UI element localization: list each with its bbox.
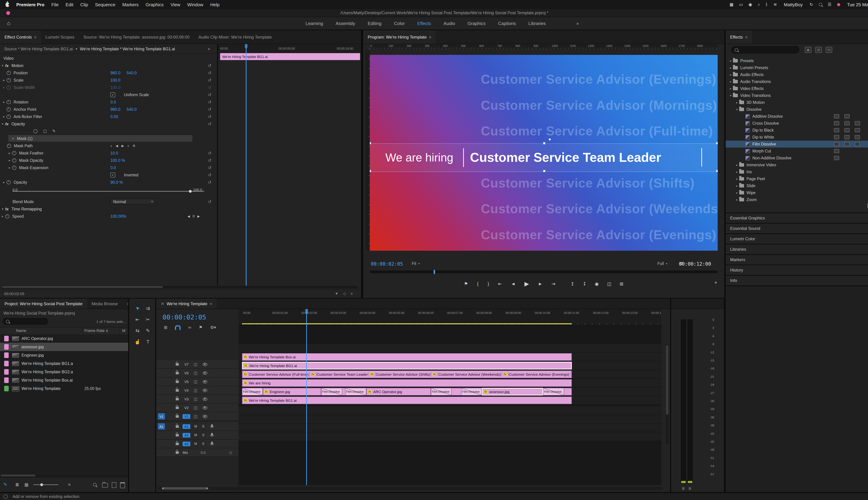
program-scrubber[interactable] <box>370 271 718 273</box>
tree-bin-page-peel[interactable]: ▸Page Peel <box>726 175 868 182</box>
reset-parameter-icon[interactable]: ↺ <box>208 121 212 126</box>
graphic-clip-customer-service-advisor-shifts[interactable]: fxCustomer Service Advisor (Shifts) <box>368 372 431 376</box>
blend-mode-select[interactable]: Normal▾ <box>111 198 156 205</box>
track-select-forward-tool[interactable]: ⇉ <box>144 304 152 312</box>
solo-button[interactable]: S <box>201 441 206 446</box>
param-value[interactable]: 100.00% <box>111 214 126 218</box>
mark-out-button[interactable]: } <box>488 281 489 286</box>
menu-file[interactable]: File <box>52 2 59 7</box>
tree-effect-film-dissolve[interactable]: Film Dissolve <box>726 141 868 148</box>
mark-in-button[interactable]: { <box>477 281 479 286</box>
stopwatch-icon[interactable] <box>7 107 11 111</box>
home-icon[interactable]: ⌂ <box>7 20 10 26</box>
lock-icon[interactable] <box>176 415 179 418</box>
workspace-tab-libraries[interactable]: Libraries <box>528 21 546 26</box>
tree-effect-cross-dissolve[interactable]: Cross Dissolve <box>726 120 868 127</box>
stopwatch-icon[interactable] <box>7 114 11 118</box>
apple-menu-icon[interactable] <box>5 2 9 7</box>
voiceover-mic-icon[interactable] <box>211 424 213 427</box>
chevron-right-icon[interactable]: ▸ <box>7 151 12 155</box>
type-tool[interactable]: T <box>144 338 152 346</box>
label-color-chip[interactable] <box>4 361 9 366</box>
timeline-vertical-scrollbar[interactable] <box>665 344 669 444</box>
reset-parameter-icon[interactable]: ↺ <box>208 158 212 163</box>
tree-effect-dip-to-white[interactable]: Dip to White <box>726 134 868 141</box>
sync-lock-icon[interactable]: ◫ <box>194 405 197 410</box>
add-marker-button[interactable]: ⚑ <box>464 281 468 286</box>
project-item-we-re-hiring-template-bg2-a[interactable]: We're Hiring Template BG2.a <box>0 368 128 376</box>
scrubber-playhead[interactable] <box>434 270 435 274</box>
lock-icon[interactable] <box>176 398 179 400</box>
reset-parameter-icon[interactable]: ↺ <box>208 70 212 75</box>
transition-film-dissolve[interactable]: Film Dissolve <box>461 388 482 396</box>
lock-icon[interactable] <box>176 363 179 366</box>
stopwatch-icon[interactable] <box>12 158 16 162</box>
effect-timeline-clip[interactable]: We're Hiring Template BG1.ai <box>220 53 360 60</box>
mask-handle[interactable] <box>543 170 546 172</box>
track-output-eye-icon[interactable] <box>203 389 207 392</box>
timeline-timecode[interactable]: 00:00:02:05 <box>162 313 206 321</box>
pen-mask-icon[interactable]: ✎ <box>52 129 55 133</box>
tab-effects[interactable]: Effects≡ <box>726 30 752 44</box>
meter-solo-button[interactable]: S <box>687 486 692 491</box>
tree-bin-audio-transitions[interactable]: ▸Audio Transitions <box>726 78 868 85</box>
chevron-right-icon[interactable]: ▸ <box>1 115 7 118</box>
transition-film-dissolve[interactable]: Film Dissolve <box>345 388 366 396</box>
tree-bin-slide[interactable]: ▸Slide <box>726 182 868 189</box>
panel-menu-icon[interactable]: ≡ <box>429 35 431 39</box>
param-value[interactable]: 100.0 % <box>111 158 125 162</box>
effects-search-input[interactable] <box>741 47 794 52</box>
play-circle-icon[interactable]: ◉ <box>749 2 752 7</box>
selection-tool[interactable]: ➤ <box>133 304 142 312</box>
label-color-chip[interactable] <box>4 352 9 358</box>
app-menu[interactable]: Premiere Pro <box>16 2 44 7</box>
next-keyframe-icon[interactable]: ▶ <box>197 214 200 218</box>
label-color-chip[interactable] <box>4 336 9 341</box>
column-media[interactable]: M <box>122 329 125 333</box>
track-target-v4[interactable]: V4 <box>183 388 190 393</box>
lock-icon[interactable] <box>176 407 179 409</box>
stopwatch-icon[interactable] <box>7 180 11 184</box>
param-value[interactable]: 0.0 <box>111 166 116 170</box>
step-forward-button[interactable]: ► <box>538 281 542 286</box>
add-marker-icon[interactable]: ⚑ <box>199 325 203 330</box>
prev-keyframe-icon[interactable]: ◀ <box>187 214 190 218</box>
param-value[interactable]: 100.0 <box>111 78 121 82</box>
clip-arc-operator-jpg[interactable]: fxARC Operator.jpg <box>366 388 431 396</box>
track-output-eye-icon[interactable] <box>203 398 207 401</box>
checkbox[interactable]: ✓ <box>111 92 115 97</box>
clip-engineer-jpg[interactable]: fxEngineer.jpg <box>263 388 321 396</box>
mute-button[interactable]: M <box>193 424 198 429</box>
filter-icon[interactable]: ▼ <box>335 292 338 295</box>
param-value[interactable]: 0.0 <box>111 100 116 104</box>
param-value[interactable]: 540.0 <box>127 107 137 111</box>
clip-we-re-hiring-template-bg1-ai[interactable]: fxWe're Hiring Template BG1.ai <box>242 397 572 404</box>
project-search-box[interactable] <box>3 318 48 325</box>
track-mask-backward-icon[interactable]: « <box>111 144 112 147</box>
track-output-eye-icon[interactable] <box>203 372 207 375</box>
stopwatch-icon[interactable] <box>12 166 16 170</box>
column-frame-rate[interactable]: Frame Rate ∧ <box>84 329 108 333</box>
options-icon[interactable]: ≡ <box>351 292 353 295</box>
effects-search-box[interactable] <box>731 46 799 54</box>
transition-film-dissolve[interactable]: Film Dissolve <box>543 388 564 396</box>
play-button[interactable]: ▶ <box>524 280 529 287</box>
razor-tool[interactable]: ✂ <box>144 315 152 323</box>
mute-button[interactable]: M <box>193 441 198 446</box>
clip-we-are-hiring[interactable]: fxWe are hiring <box>242 379 572 387</box>
workspace-tab-color[interactable]: Color <box>394 21 405 26</box>
tree-bin-video-effects[interactable]: ▸Video Effects <box>726 85 868 92</box>
extract-button[interactable]: ↧ <box>583 281 586 286</box>
reset-parameter-icon[interactable]: ↺ <box>208 180 212 184</box>
go-to-in-button[interactable]: ⇤ <box>498 281 502 286</box>
work-area-bar[interactable] <box>242 323 572 324</box>
chevron-right-icon[interactable]: ▸ <box>728 80 733 83</box>
sync-lock-icon[interactable]: ◫ <box>194 371 197 375</box>
mask-settings-icon[interactable]: ⚙ <box>133 144 135 147</box>
transition-film-dissolve[interactable]: Film Dissolve <box>321 388 342 396</box>
project-item-engineer-jpg[interactable]: Engineer.jpg <box>0 351 128 359</box>
step-forward-icon[interactable]: » <box>127 144 129 147</box>
tree-effect-dip-to-black[interactable]: Dip to Black <box>726 127 868 134</box>
reset-parameter-icon[interactable]: ↺ <box>208 78 212 82</box>
panel-header-essential-sound[interactable]: Essential Sound <box>726 223 868 233</box>
